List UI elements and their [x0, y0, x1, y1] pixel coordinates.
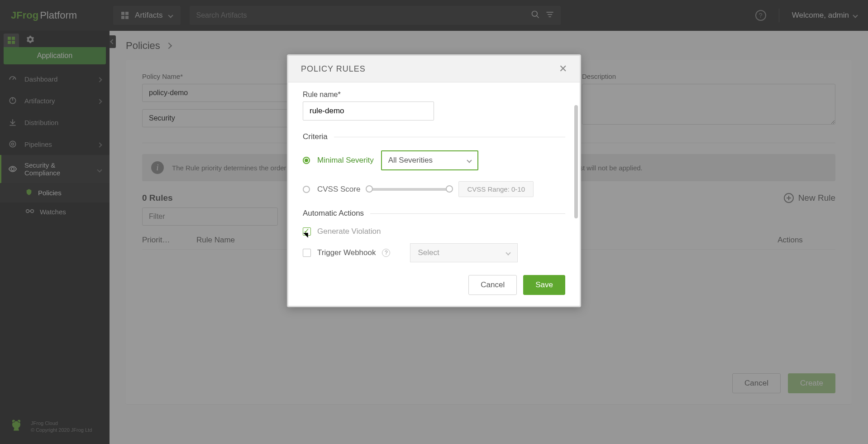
- modal-body: Rule name* Criteria Minimal Severity All…: [288, 82, 580, 267]
- rule-name-input[interactable]: [303, 101, 434, 121]
- slider-handle-max[interactable]: [446, 185, 453, 193]
- trigger-webhook-checkbox[interactable]: [303, 249, 311, 257]
- action-generate-violation: Generate Violation: [303, 227, 565, 236]
- chevron-down-icon: [467, 158, 472, 163]
- trigger-webhook-label: Trigger Webhook: [317, 248, 376, 257]
- criteria-min-severity: Minimal Severity All Severities: [303, 150, 565, 170]
- modal-overlay: POLICY RULES ✕ Rule name* Criteria Minim…: [0, 0, 868, 444]
- cvss-range-display: CVSS Range: 0-10: [458, 181, 534, 197]
- chevron-down-icon: [506, 250, 511, 255]
- cvss-slider[interactable]: [367, 188, 451, 191]
- min-severity-radio[interactable]: [303, 157, 310, 164]
- criteria-title-label: Criteria: [303, 132, 328, 141]
- cvss-label: CVSS Score: [317, 185, 360, 194]
- modal-scrollbar[interactable]: [574, 105, 578, 241]
- action-trigger-webhook: Trigger Webhook ? Select: [303, 243, 565, 262]
- criteria-title: Criteria: [303, 132, 565, 141]
- cursor-icon: ◥: [303, 231, 308, 238]
- modal-title: POLICY RULES: [301, 64, 366, 74]
- modal-cancel-button[interactable]: Cancel: [468, 275, 517, 295]
- severity-select[interactable]: All Severities: [381, 150, 478, 170]
- criteria-cvss: CVSS Score CVSS Range: 0-10: [303, 181, 565, 197]
- slider-handle-min[interactable]: [366, 185, 373, 193]
- auto-actions-title-label: Automatic Actions: [303, 209, 364, 218]
- generate-violation-label: Generate Violation: [317, 227, 381, 236]
- modal-save-button[interactable]: Save: [523, 275, 565, 295]
- auto-actions-title: Automatic Actions: [303, 209, 565, 218]
- help-icon[interactable]: ?: [382, 249, 390, 257]
- cvss-radio[interactable]: [303, 186, 310, 193]
- min-severity-label: Minimal Severity: [317, 156, 374, 165]
- webhook-select[interactable]: Select: [410, 243, 518, 262]
- severity-value: All Severities: [388, 156, 433, 165]
- modal-footer: Cancel Save: [288, 267, 580, 306]
- webhook-select-value: Select: [418, 248, 439, 257]
- policy-rules-modal: POLICY RULES ✕ Rule name* Criteria Minim…: [287, 54, 581, 307]
- rule-name-label: Rule name*: [303, 91, 565, 99]
- close-icon[interactable]: ✕: [559, 63, 567, 75]
- modal-header: POLICY RULES ✕: [288, 56, 580, 82]
